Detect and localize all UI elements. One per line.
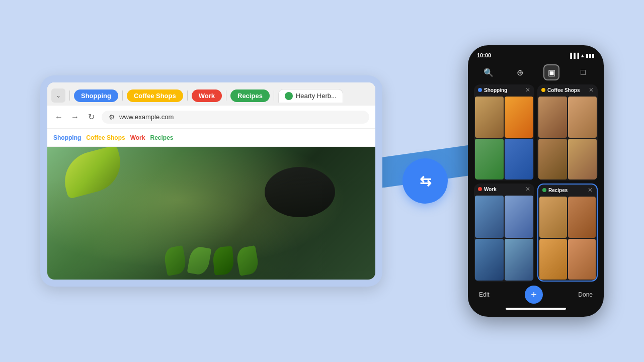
active-tab-indicator[interactable]: Hearty Herb... (278, 89, 343, 103)
tab-separator (69, 90, 70, 101)
tab-recipes[interactable]: Recipes (230, 89, 270, 102)
thumb-shopping-3 (475, 139, 504, 180)
battery-icon: ▮▮▮ (586, 53, 595, 58)
thumb-recipes-2 (568, 197, 596, 238)
tg-dot-shopping (478, 88, 482, 92)
tg-close-shopping[interactable]: ✕ (525, 86, 530, 94)
active-tab-icon (285, 92, 293, 100)
phone-camera-button[interactable]: ▣ (543, 64, 559, 80)
phone-status-bar: 10:00 ▐▐▐ ▴ ▮▮▮ (473, 52, 599, 61)
tg-close-work[interactable]: ✕ (525, 186, 530, 193)
tg-card-coffee-title: Coffee Shops (541, 87, 580, 93)
tg-title-work: Work (484, 187, 497, 192)
tg-label-recipes[interactable]: Recipes (150, 134, 173, 141)
tab-separator-4 (226, 90, 226, 101)
thumb-coffee-1 (538, 97, 567, 138)
leaf-1 (163, 245, 188, 276)
page-content (47, 147, 375, 280)
thumb-coffee-3 (538, 139, 567, 180)
tg-dot-work (478, 187, 482, 191)
add-tab-button[interactable]: + (525, 286, 543, 304)
thumb-recipes-3 (539, 239, 567, 280)
signal-icon: ▐▐▐ (569, 53, 579, 58)
browser-tabs-bar: ⌄ Shopping Coffee Shops Work Recipes Hea… (47, 82, 375, 106)
home-indicator (506, 308, 566, 310)
tg-label-work[interactable]: Work (130, 134, 145, 141)
tg-card-work[interactable]: Work ✕ (474, 184, 534, 282)
status-icons: ▐▐▐ ▴ ▮▮▮ (569, 53, 595, 58)
tab-separator-2 (122, 90, 123, 101)
phone-search-button[interactable]: 🔍 (480, 64, 497, 80)
tg-close-coffee[interactable]: ✕ (589, 86, 594, 94)
phone-wrapper: 10:00 ▐▐▐ ▴ ▮▮▮ 🔍 ⊕ ▣ □ (468, 45, 604, 317)
tg-title-recipes: Recipes (548, 188, 568, 193)
tablet-frame: ⌄ Shopping Coffee Shops Work Recipes Hea… (40, 75, 382, 287)
thumb-coffee-4 (568, 139, 597, 180)
tg-card-shopping-header: Shopping ✕ (474, 84, 534, 96)
leaf-2 (187, 245, 212, 276)
tab-work[interactable]: Work (192, 89, 222, 102)
tab-groups-bar: Shopping Coffee Shops Work Recipes (47, 129, 375, 147)
sync-arrows-icon: ⇆ (420, 173, 431, 190)
tg-card-recipes[interactable]: Recipes ✕ (537, 184, 598, 282)
tablet-screen: ⌄ Shopping Coffee Shops Work Recipes Hea… (47, 82, 375, 280)
add-icon: + (531, 289, 537, 301)
sync-arrow-connector: ⇆ (403, 158, 448, 204)
thumb-recipes-1 (539, 197, 567, 238)
tab-separator-3 (187, 90, 188, 101)
tg-thumbnails-work (474, 195, 534, 282)
tg-card-shopping[interactable]: Shopping ✕ (474, 84, 534, 180)
tg-card-recipes-header: Recipes ✕ (538, 185, 597, 196)
tg-card-work-header: Work ✕ (474, 184, 534, 195)
browser-address-bar: ← → ↻ ⚙ www.example.com (47, 106, 375, 129)
tg-card-shopping-title: Shopping (478, 87, 507, 93)
address-input[interactable]: ⚙ www.example.com (102, 111, 369, 124)
tg-thumbnails-shopping (474, 96, 534, 180)
tg-title-coffee: Coffee Shops (547, 87, 580, 93)
scene: ⌄ Shopping Coffee Shops Work Recipes Hea… (0, 0, 644, 362)
refresh-button[interactable]: ↻ (86, 112, 97, 123)
phone-frame: 10:00 ▐▐▐ ▴ ▮▮▮ 🔍 ⊕ ▣ □ (468, 45, 604, 317)
tab-coffee[interactable]: Coffee Shops (127, 89, 183, 102)
forward-button[interactable]: → (69, 112, 80, 123)
thumb-shopping-1 (475, 97, 504, 138)
leaf-4 (235, 245, 260, 276)
tg-card-coffee-header: Coffee Shops ✕ (537, 84, 598, 96)
phone-tabs-button[interactable]: □ (575, 64, 591, 80)
tg-card-recipes-title: Recipes (542, 188, 568, 193)
thumb-recipes-4 (568, 239, 596, 280)
active-tab-label: Hearty Herb... (296, 92, 337, 100)
thumb-work-2 (505, 196, 533, 238)
edit-button[interactable]: Edit (479, 291, 490, 298)
tg-card-work-title: Work (478, 187, 497, 192)
tg-dot-coffee (541, 88, 545, 92)
done-button[interactable]: Done (578, 291, 593, 298)
security-icon: ⚙ (109, 113, 115, 121)
tab-separator-5 (274, 90, 274, 101)
tab-dropdown-button[interactable]: ⌄ (51, 88, 65, 103)
url-text: www.example.com (119, 113, 174, 121)
tg-label-coffee[interactable]: Coffee Shops (86, 134, 125, 141)
back-button[interactable]: ← (53, 112, 64, 123)
tg-close-recipes[interactable]: ✕ (588, 187, 593, 194)
phone-toolbar: 🔍 ⊕ ▣ □ (473, 61, 599, 84)
thumb-work-1 (475, 196, 504, 238)
thumb-coffee-2 (568, 97, 597, 138)
tg-card-coffee[interactable]: Coffee Shops ✕ (537, 84, 598, 180)
wifi-icon: ▴ (581, 53, 584, 58)
tg-thumbnails-recipes (538, 196, 597, 281)
tab-shopping[interactable]: Shopping (74, 89, 118, 102)
phone-time: 10:00 (477, 52, 491, 58)
thumb-shopping-4 (505, 139, 533, 180)
phone-bottom-bar: Edit + Done (473, 282, 599, 306)
tab-groups-grid: Shopping ✕ (473, 84, 599, 282)
thumb-work-4 (505, 239, 533, 281)
tg-label-shopping[interactable]: Shopping (53, 134, 81, 141)
tg-dot-recipes (542, 188, 546, 192)
tg-thumbnails-coffee (537, 96, 598, 180)
tablet-wrapper: ⌄ Shopping Coffee Shops Work Recipes Hea… (40, 75, 382, 287)
phone-tabgroups-button[interactable]: ⊕ (512, 64, 528, 80)
herb-decoration (165, 247, 258, 275)
thumb-shopping-2 (505, 97, 533, 138)
thumb-work-3 (475, 239, 504, 281)
